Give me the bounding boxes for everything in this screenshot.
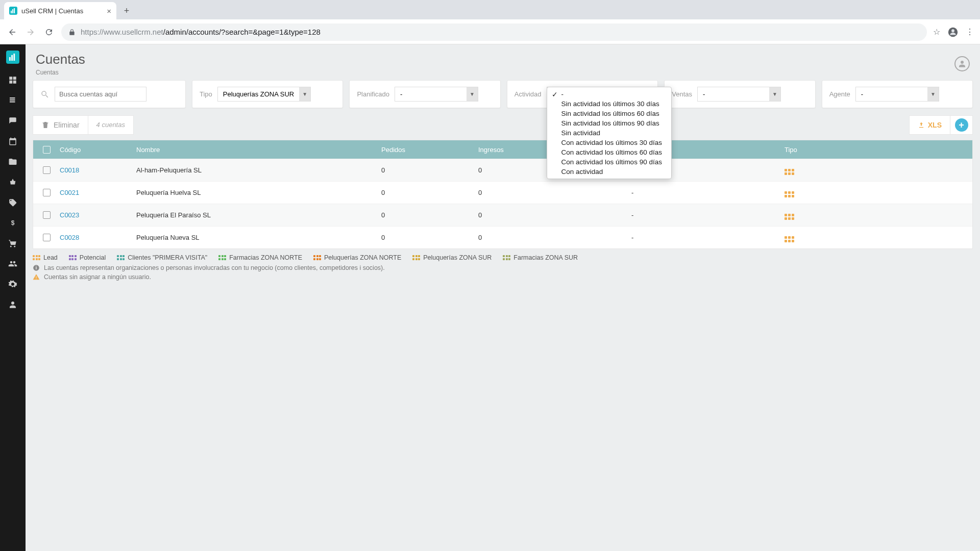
dropdown-option[interactable]: Sin actividad los últimos 90 días	[547, 118, 671, 128]
account-type	[785, 210, 972, 220]
dropdown-option[interactable]: Con actividad los últimos 90 días	[547, 157, 671, 167]
profile-icon[interactable]	[947, 27, 959, 38]
filter-label: Planificado	[357, 90, 389, 98]
sidebar-item-users[interactable]	[0, 254, 26, 274]
row-checkbox[interactable]	[43, 234, 51, 241]
sidebar-item-contacts[interactable]	[0, 111, 26, 131]
back-button[interactable]	[6, 26, 18, 38]
new-tab-button[interactable]: +	[119, 4, 134, 18]
account-orders: 0	[381, 211, 478, 219]
sidebar-item-basket[interactable]	[0, 172, 26, 192]
dropdown-option[interactable]: -	[547, 89, 671, 99]
dropdown-option[interactable]: Con actividad los últimos 60 días	[547, 147, 671, 157]
address-bar: https://www.usellcrm.net/admin/accounts/…	[0, 19, 980, 44]
sidebar-item-accounts[interactable]	[0, 90, 26, 111]
ventas-select[interactable]: - ▼	[697, 87, 781, 102]
sidebar-item-money[interactable]: $	[0, 213, 26, 233]
warning-icon	[33, 273, 40, 281]
delete-button[interactable]: Eliminar	[33, 115, 88, 135]
menu-icon[interactable]: ⋮	[966, 27, 974, 37]
account-revenue: 0	[478, 189, 631, 196]
filter-ventas: Ventas - ▼	[664, 80, 815, 108]
page-title: Cuentas	[36, 52, 85, 67]
dropdown-option[interactable]: Sin actividad	[547, 128, 671, 138]
sidebar-item-dashboard[interactable]	[0, 70, 26, 90]
legend-item: Potencial	[69, 254, 106, 261]
dropdown-option[interactable]: Sin actividad los últimos 30 días	[547, 99, 671, 109]
account-code-link[interactable]: C0018	[60, 166, 79, 174]
row-checkbox[interactable]	[43, 189, 51, 196]
tipo-select[interactable]: Peluquerías ZONA SUR ▼	[217, 87, 311, 102]
header-name[interactable]: Nombre	[136, 146, 381, 154]
account-type	[785, 233, 972, 242]
filter-agente: Agente - ▼	[822, 80, 973, 108]
row-checkbox[interactable]	[43, 211, 51, 219]
account-orders: 0	[381, 166, 478, 174]
accounts-table: Código Nombre Pedidos Ingresos Último pe…	[33, 140, 973, 249]
account-name: Al-ham-Peluquería SL	[136, 166, 381, 174]
url-box[interactable]: https://www.usellcrm.net/admin/accounts/…	[61, 23, 927, 41]
sidebar-item-calendar[interactable]	[0, 131, 26, 152]
account-code-link[interactable]: C0023	[60, 211, 79, 219]
table-row[interactable]: C0021Peluquería Huelva SL00-	[33, 181, 972, 204]
table-row[interactable]: C0028Peluquería Nueva SL00-	[33, 226, 972, 248]
account-type	[785, 188, 972, 197]
sidebar-item-tag[interactable]	[0, 192, 26, 213]
sidebar: $	[0, 44, 26, 551]
chevron-down-icon[interactable]: ▼	[927, 87, 939, 101]
search-input[interactable]	[55, 87, 146, 102]
tab-title: uSell CRM | Cuentas	[21, 7, 83, 15]
results-count: 4 cuentas	[88, 115, 134, 135]
select-all-checkbox[interactable]	[43, 146, 51, 154]
filter-label: Actividad	[514, 90, 542, 98]
header-orders[interactable]: Pedidos	[381, 146, 478, 154]
svg-text:i: i	[36, 266, 37, 270]
legend-item: Farmacias ZONA NORTE	[218, 254, 302, 261]
actividad-dropdown[interactable]: -Sin actividad los últimos 30 díasSin ac…	[547, 87, 672, 179]
sidebar-item-folder[interactable]	[0, 152, 26, 172]
svg-rect-6	[11, 55, 13, 61]
add-button[interactable]: +	[950, 115, 973, 135]
account-name: Peluquería Nueva SL	[136, 234, 381, 241]
account-code-link[interactable]: C0021	[60, 189, 79, 196]
sidebar-item-cart[interactable]	[0, 233, 26, 254]
forward-button[interactable]	[24, 26, 37, 38]
search-box	[33, 80, 186, 108]
tab-close-icon[interactable]: ×	[107, 7, 111, 15]
account-revenue: 0	[478, 234, 631, 241]
browser-tab[interactable]: uSell CRM | Cuentas ×	[4, 2, 116, 19]
user-avatar[interactable]	[954, 56, 970, 71]
app-logo[interactable]	[0, 44, 26, 70]
account-orders: 0	[381, 234, 478, 241]
account-code-link[interactable]: C0028	[60, 234, 79, 241]
chevron-down-icon[interactable]: ▼	[769, 87, 780, 101]
legend-item: Peluquerías ZONA SUR	[412, 254, 492, 261]
header-type[interactable]: Tipo	[785, 146, 972, 154]
dropdown-option[interactable]: Con actividad	[547, 167, 671, 177]
sidebar-item-settings[interactable]	[0, 274, 26, 294]
chevron-down-icon[interactable]: ▼	[299, 87, 310, 101]
dropdown-option[interactable]: Sin actividad los últimos 60 días	[547, 109, 671, 118]
dropdown-option[interactable]: Con actividad los últimos 30 días	[547, 138, 671, 147]
svg-rect-0	[11, 11, 12, 13]
bookmark-icon[interactable]: ☆	[933, 27, 940, 37]
account-last-order: -	[631, 211, 785, 219]
export-xls-button[interactable]: XLS	[909, 115, 950, 135]
table-row[interactable]: C0023Peluquería El Paraíso SL00-	[33, 204, 972, 226]
legend-item: Lead	[33, 254, 58, 261]
plus-icon: +	[955, 118, 968, 132]
legend: LeadPotencialClientes "PRIMERA VISITA"Fa…	[33, 254, 973, 281]
account-name: Peluquería El Paraíso SL	[136, 211, 381, 219]
chevron-down-icon[interactable]: ▼	[467, 87, 478, 101]
filter-tipo: Tipo Peluquerías ZONA SUR ▼	[192, 80, 343, 108]
row-checkbox[interactable]	[43, 166, 51, 174]
account-last-order: -	[631, 234, 785, 241]
reload-button[interactable]	[43, 26, 55, 38]
legend-item: Clientes "PRIMERA VISITA"	[117, 254, 207, 261]
sidebar-item-user[interactable]	[0, 294, 26, 315]
header-code[interactable]: Código	[60, 146, 136, 154]
table-row[interactable]: C0018Al-ham-Peluquería SL00-	[33, 159, 972, 181]
agente-select[interactable]: - ▼	[855, 87, 939, 102]
planificado-select[interactable]: - ▼	[395, 87, 478, 102]
svg-text:$: $	[11, 219, 15, 227]
